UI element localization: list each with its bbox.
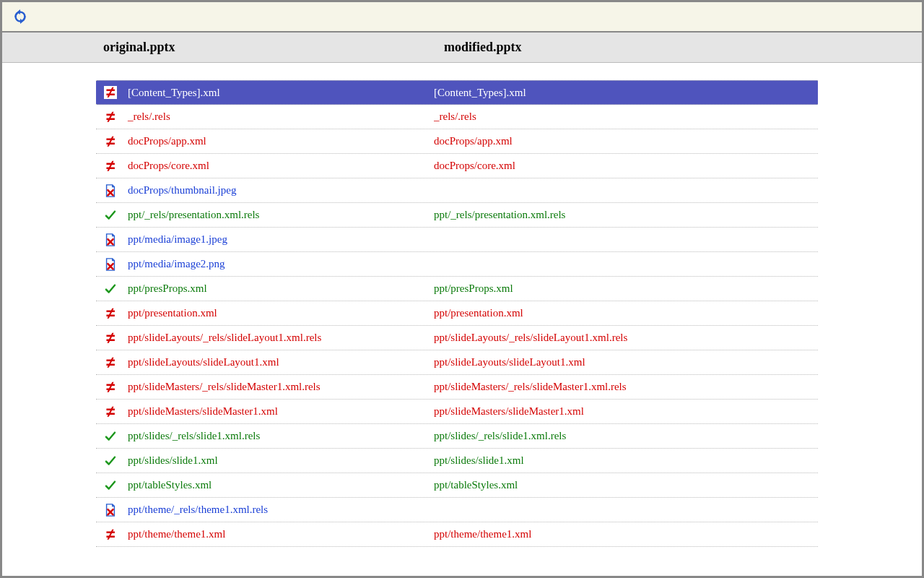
deleted-file-icon: [103, 257, 118, 272]
table-row[interactable]: ≠ppt/slideLayouts/slideLayout1.xmlppt/sl…: [96, 350, 818, 375]
table-row[interactable]: ppt/tableStyles.xmlppt/tableStyles.xml: [96, 473, 818, 498]
row-status-icon: [96, 184, 125, 198]
row-status-icon: [96, 478, 125, 493]
row-left-path: [Content_Types].xml: [125, 87, 434, 99]
row-right-path: ppt/theme/theme1.xml: [434, 528, 818, 540]
row-status-icon: ≠: [96, 380, 125, 394]
not-equal-icon: ≠: [103, 331, 118, 345]
not-equal-icon: ≠: [103, 527, 118, 542]
column-headers: original.pptx modified.pptx: [2, 33, 922, 63]
check-icon: [103, 478, 118, 493]
check-icon: [103, 429, 118, 444]
not-equal-icon: ≠: [103, 306, 118, 321]
row-left-path: ppt/media/image2.png: [125, 258, 434, 270]
table-row[interactable]: ≠ppt/slideLayouts/_rels/slideLayout1.xml…: [96, 326, 818, 350]
row-status-icon: ≠: [96, 355, 125, 370]
table-row[interactable]: ppt/media/image2.png: [96, 252, 818, 277]
row-status-icon: [96, 282, 125, 296]
table-row[interactable]: ≠ppt/slideMasters/_rels/slideMaster1.xml…: [96, 375, 818, 400]
row-left-path: ppt/presentation.xml: [125, 307, 434, 319]
not-equal-icon: ≠: [103, 405, 118, 419]
row-left-path: ppt/theme/_rels/theme1.xml.rels: [125, 504, 434, 516]
row-right-path: [Content_Types].xml: [434, 87, 818, 99]
header-original: original.pptx: [103, 40, 444, 55]
row-status-icon: [96, 454, 125, 468]
row-status-icon: ≠: [96, 405, 125, 419]
row-status-icon: [96, 233, 125, 247]
diff-list-container: ≠[Content_Types].xml[Content_Types].xml≠…: [2, 63, 922, 573]
table-row[interactable]: ≠ppt/slideMasters/slideMaster1.xmlppt/sl…: [96, 400, 818, 424]
deleted-file-icon: [103, 184, 118, 198]
row-left-path: ppt/slides/slide1.xml: [125, 454, 434, 467]
not-equal-icon: ≠: [103, 355, 118, 370]
row-right-path: ppt/slideLayouts/slideLayout1.xml: [434, 356, 818, 368]
deleted-file-icon: [103, 233, 118, 247]
table-row[interactable]: ≠docProps/app.xmldocProps/app.xml: [96, 129, 818, 154]
row-left-path: ppt/presProps.xml: [125, 282, 434, 295]
row-left-path: docProps/thumbnail.jpeg: [125, 184, 434, 197]
row-right-path: ppt/tableStyles.xml: [434, 479, 818, 491]
table-row[interactable]: ppt/theme/_rels/theme1.xml.rels: [96, 498, 818, 522]
table-row[interactable]: ppt/slides/_rels/slide1.xml.relsppt/slid…: [96, 424, 818, 449]
table-row[interactable]: ≠ppt/theme/theme1.xmlppt/theme/theme1.xm…: [96, 522, 818, 547]
table-row[interactable]: ≠_rels/.rels_rels/.rels: [96, 105, 818, 129]
row-right-path: ppt/slides/_rels/slide1.xml.rels: [434, 430, 818, 442]
row-status-icon: [96, 429, 125, 444]
table-row[interactable]: docProps/thumbnail.jpeg: [96, 178, 818, 203]
row-left-path: ppt/slideLayouts/slideLayout1.xml: [125, 356, 434, 368]
not-equal-icon: ≠: [103, 134, 118, 149]
table-row[interactable]: ppt/presProps.xmlppt/presProps.xml: [96, 277, 818, 301]
row-left-path: ppt/slides/_rels/slide1.xml.rels: [125, 430, 434, 442]
not-equal-icon: ≠: [104, 86, 117, 99]
diff-table: ≠[Content_Types].xml[Content_Types].xml≠…: [96, 80, 818, 547]
not-equal-icon: ≠: [103, 159, 118, 173]
refresh-icon[interactable]: [12, 9, 28, 25]
not-equal-icon: ≠: [103, 110, 118, 124]
row-left-path: ppt/slideMasters/_rels/slideMaster1.xml.…: [125, 381, 434, 393]
row-status-icon: ≠: [96, 331, 125, 345]
row-right-path: ppt/slideMasters/slideMaster1.xml: [434, 405, 818, 418]
toolbar: [2, 2, 922, 33]
row-status-icon: [96, 503, 125, 517]
app-window: original.pptx modified.pptx ≠[Content_Ty…: [1, 1, 923, 577]
row-left-path: docProps/core.xml: [125, 160, 434, 172]
row-status-icon: ≠: [96, 159, 125, 173]
row-status-icon: [96, 257, 125, 272]
row-right-path: ppt/slideMasters/_rels/slideMaster1.xml.…: [434, 381, 818, 393]
row-status-icon: ≠: [96, 527, 125, 542]
row-right-path: docProps/app.xml: [434, 135, 818, 147]
row-left-path: ppt/tableStyles.xml: [125, 479, 434, 491]
header-modified: modified.pptx: [444, 40, 522, 55]
row-status-icon: ≠: [96, 86, 125, 99]
table-row[interactable]: ppt/slides/slide1.xmlppt/slides/slide1.x…: [96, 449, 818, 473]
row-status-icon: ≠: [96, 110, 125, 124]
row-right-path: _rels/.rels: [434, 111, 818, 123]
row-right-path: ppt/_rels/presentation.xml.rels: [434, 209, 818, 221]
row-right-path: ppt/presProps.xml: [434, 282, 818, 295]
check-icon: [103, 454, 118, 468]
row-status-icon: ≠: [96, 306, 125, 321]
check-icon: [103, 208, 118, 223]
check-icon: [103, 282, 118, 296]
table-row[interactable]: ≠docProps/core.xmldocProps/core.xml: [96, 154, 818, 178]
row-right-path: ppt/slides/slide1.xml: [434, 454, 818, 467]
table-row[interactable]: ppt/_rels/presentation.xml.relsppt/_rels…: [96, 203, 818, 228]
row-left-path: ppt/theme/theme1.xml: [125, 528, 434, 540]
row-left-path: ppt/media/image1.jpeg: [125, 233, 434, 246]
row-status-icon: [96, 208, 125, 223]
row-left-path: ppt/slideLayouts/_rels/slideLayout1.xml.…: [125, 332, 434, 344]
table-row[interactable]: ≠ppt/presentation.xmlppt/presentation.xm…: [96, 301, 818, 326]
row-left-path: ppt/_rels/presentation.xml.rels: [125, 209, 434, 221]
deleted-file-icon: [103, 503, 118, 517]
row-left-path: docProps/app.xml: [125, 135, 434, 147]
row-right-path: ppt/slideLayouts/_rels/slideLayout1.xml.…: [434, 332, 818, 344]
not-equal-icon: ≠: [103, 380, 118, 394]
row-status-icon: ≠: [96, 134, 125, 149]
row-right-path: ppt/presentation.xml: [434, 307, 818, 319]
row-right-path: docProps/core.xml: [434, 160, 818, 172]
table-row[interactable]: ppt/media/image1.jpeg: [96, 228, 818, 252]
table-row[interactable]: ≠[Content_Types].xml[Content_Types].xml: [96, 80, 818, 105]
row-left-path: ppt/slideMasters/slideMaster1.xml: [125, 405, 434, 418]
row-left-path: _rels/.rels: [125, 111, 434, 123]
